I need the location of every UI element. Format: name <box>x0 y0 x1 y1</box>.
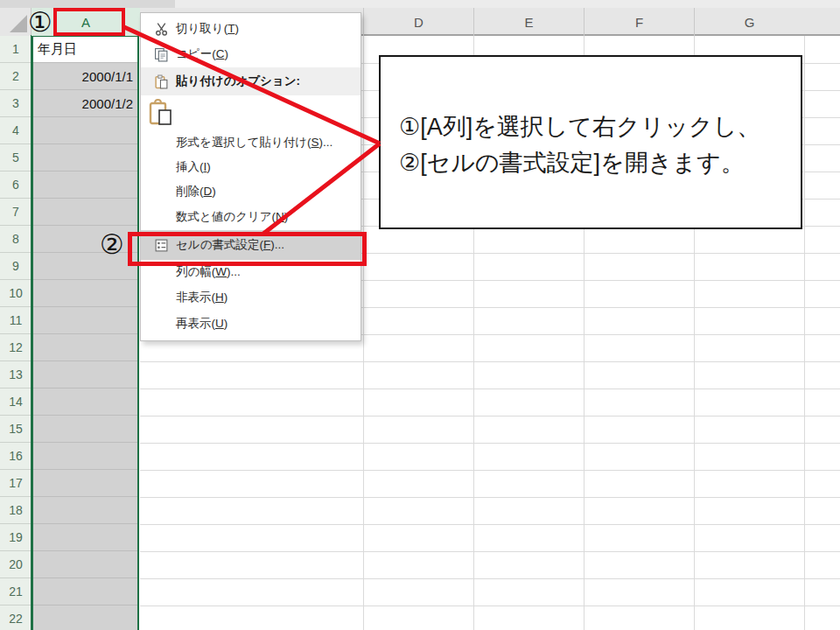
row-header-22[interactable]: 22 <box>0 606 32 630</box>
cell-a14[interactable] <box>33 388 137 416</box>
column-header-e[interactable]: E <box>473 8 584 36</box>
cell-a19[interactable] <box>33 524 137 551</box>
row-header-7[interactable]: 7 <box>0 199 32 226</box>
cell-a5[interactable] <box>33 144 137 172</box>
gridline-horizontal <box>140 470 840 471</box>
row-header-6[interactable]: 6 <box>0 172 32 199</box>
menu-item-unhide[interactable]: 再表示(U) <box>141 311 360 337</box>
scissors-icon <box>148 22 174 37</box>
gridline-horizontal <box>140 361 840 362</box>
gridline-horizontal <box>140 606 840 606</box>
row-header-13[interactable]: 13 <box>0 361 32 388</box>
row-header-10[interactable]: 10 <box>0 280 32 307</box>
column-header-f[interactable]: F <box>584 8 694 36</box>
gridline-horizontal <box>140 443 840 444</box>
menu-item-label: 数式と値のクリア(N) <box>176 209 288 225</box>
cell-a22[interactable] <box>33 606 137 630</box>
row-header-2[interactable]: 2 <box>0 63 32 90</box>
menu-item-insert[interactable]: 挿入(I) <box>141 155 360 179</box>
row-header-19[interactable]: 19 <box>0 524 32 551</box>
excel-window: ADEFG12345678910111213141516171819202122… <box>0 0 840 630</box>
cell-value: 2000/1/1 <box>33 69 137 84</box>
gridline-horizontal <box>140 416 840 416</box>
cell-a15[interactable] <box>33 416 137 443</box>
step-1-marker: ① <box>28 9 52 36</box>
cell-a11[interactable] <box>33 307 137 334</box>
menu-item-label: 挿入(I) <box>176 159 211 175</box>
menu-item-paste-options-label: 貼り付けのオプション: <box>141 67 360 95</box>
row-header-21[interactable]: 21 <box>0 578 32 606</box>
clipboard-icon <box>148 74 174 89</box>
cell-value: 2000/1/2 <box>33 96 137 111</box>
menu-item-paste-special[interactable]: 形式を選択して貼り付け(S)... <box>141 130 360 155</box>
menu-item-label: コピー(C) <box>176 46 228 62</box>
cell-a18[interactable] <box>33 497 137 524</box>
gridline-horizontal <box>140 497 840 498</box>
selection-border-left <box>31 36 33 630</box>
row-header-1[interactable]: 1 <box>0 36 32 63</box>
cell-a21[interactable] <box>33 578 137 606</box>
row-header-4[interactable]: 4 <box>0 117 32 144</box>
cell-a4[interactable] <box>33 117 137 144</box>
select-all-triangle-icon <box>10 15 27 32</box>
paste-icon <box>148 99 174 127</box>
callout-line-2: ②[セルの書式設定]を開きます。 <box>399 145 795 181</box>
cell-value: 年月日 <box>33 41 137 58</box>
row-header-3[interactable]: 3 <box>0 90 32 117</box>
row-header-12[interactable]: 12 <box>0 334 32 361</box>
row-header-15[interactable]: 15 <box>0 416 32 443</box>
row-header-11[interactable]: 11 <box>0 307 32 334</box>
step-2-marker: ② <box>100 231 124 258</box>
menu-item-cut[interactable]: 切り取り(T) <box>141 17 360 41</box>
row-header-18[interactable]: 18 <box>0 497 32 524</box>
menu-item-label: 非表示(H) <box>176 290 228 305</box>
row-header-9[interactable]: 9 <box>0 253 32 280</box>
menu-item-paste-button[interactable] <box>141 95 360 130</box>
cell-a10[interactable] <box>33 280 137 307</box>
selection-border-right <box>137 36 139 630</box>
cell-a1[interactable]: 年月日 <box>33 36 137 63</box>
menu-item-label: 形式を選択して貼り付け(S)... <box>176 135 332 150</box>
gridline-horizontal <box>140 524 840 525</box>
annotation-box-column-a-header <box>53 8 125 36</box>
instruction-callout: ①[A列]を選択して右クリックし、 ②[セルの書式設定]を開きます。 <box>379 55 802 229</box>
row-header-20[interactable]: 20 <box>0 551 32 578</box>
cell-a13[interactable] <box>33 361 137 388</box>
callout-line-1: ①[A列]を選択して右クリックし、 <box>399 109 795 145</box>
cell-a12[interactable] <box>33 334 137 361</box>
gridline-horizontal <box>140 578 840 579</box>
menu-item-label: 貼り付けのオプション: <box>176 74 300 89</box>
cell-a16[interactable] <box>33 443 137 470</box>
cell-a20[interactable] <box>33 551 137 578</box>
name-box-sliver <box>0 0 175 8</box>
menu-item-label: 列の幅(W)... <box>176 264 241 280</box>
menu-item-clear-contents[interactable]: 数式と値のクリア(N) <box>141 204 360 230</box>
menu-item-delete[interactable]: 削除(D) <box>141 179 360 204</box>
gridline-horizontal <box>140 388 840 389</box>
menu-item-label: 切り取り(T) <box>176 21 239 37</box>
cell-a17[interactable] <box>33 470 137 497</box>
row-header-16[interactable]: 16 <box>0 443 32 470</box>
menu-item-label: 再表示(U) <box>176 316 228 332</box>
gridline-horizontal <box>140 551 840 552</box>
cell-a6[interactable] <box>33 172 137 199</box>
gridline-vertical <box>363 36 364 630</box>
menu-item-copy[interactable]: コピー(C) <box>141 41 360 67</box>
row-header-17[interactable]: 17 <box>0 470 32 497</box>
cell-a3[interactable]: 2000/1/2 <box>33 90 137 117</box>
row-header-8[interactable]: 8 <box>0 226 32 253</box>
copy-icon <box>148 47 174 62</box>
column-header-g[interactable]: G <box>694 8 804 36</box>
context-menu: 切り取り(T)コピー(C)貼り付けのオプション:形式を選択して貼り付け(S)..… <box>140 12 361 341</box>
cell-a7[interactable] <box>33 199 137 226</box>
row-header-5[interactable]: 5 <box>0 144 32 172</box>
cell-a2[interactable]: 2000/1/1 <box>33 63 137 90</box>
row-header-14[interactable]: 14 <box>0 388 32 416</box>
annotation-box-format-cells <box>128 232 367 266</box>
menu-item-label: 削除(D) <box>176 184 216 200</box>
gridline-vertical <box>804 36 805 630</box>
select-all-button[interactable] <box>0 8 32 36</box>
column-header-d[interactable]: D <box>363 8 473 36</box>
menu-item-hide[interactable]: 非表示(H) <box>141 284 360 311</box>
